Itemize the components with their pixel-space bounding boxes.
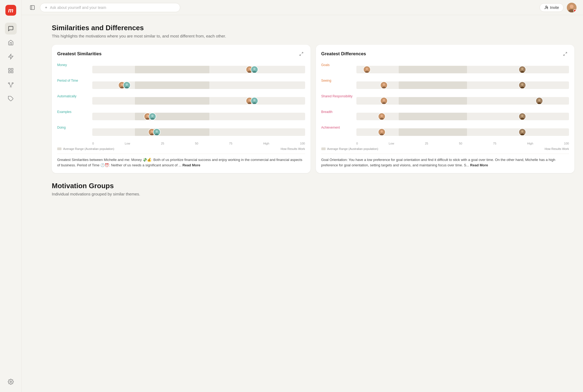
differences-chart: Goals — [321, 62, 569, 140]
sidebar-item-grid[interactable] — [5, 65, 17, 77]
avatar-2-goals — [522, 66, 526, 73]
avatar-2-shared — [539, 97, 543, 105]
label-money: Money — [57, 63, 90, 67]
x-label-100-diff: 100 — [564, 142, 569, 145]
topbar-right: Invite — [540, 3, 577, 12]
avg-range-auto — [135, 97, 209, 105]
chart-row-seeing: Seeing — [321, 78, 569, 93]
how-results-link-diff[interactable]: How Results Work — [545, 147, 569, 150]
track-auto — [92, 97, 305, 105]
similarities-expand-button[interactable] — [298, 50, 305, 58]
avatar-achievement-right — [519, 128, 526, 136]
page-title: Similarities and Differences — [52, 24, 574, 32]
svg-point-76 — [381, 130, 383, 133]
svg-rect-4 — [11, 71, 13, 73]
svg-line-17 — [302, 52, 303, 54]
svg-point-29 — [126, 83, 128, 86]
chart-track-breadth — [356, 109, 569, 124]
sidebar-toggle-button[interactable] — [28, 3, 37, 12]
differences-x-labels: 0 Low 25 50 75 High 100 — [356, 142, 569, 145]
main-content: Similarities and Differences This highli… — [43, 15, 583, 392]
differences-expand-button[interactable] — [561, 50, 569, 58]
avatar-pair-examples — [148, 113, 156, 120]
user-avatar[interactable] — [567, 3, 577, 12]
avatar-pair-doing — [152, 128, 161, 136]
chart-track-achievement — [356, 125, 569, 140]
svg-point-35 — [253, 99, 256, 101]
avatar-goals-right — [519, 66, 526, 73]
avatar-2-achievement — [522, 128, 526, 136]
x-label-high-diff: High — [527, 142, 533, 145]
sidebar-item-trophy[interactable] — [5, 79, 17, 91]
svg-point-79 — [521, 130, 523, 133]
svg-point-11 — [546, 6, 547, 7]
similarities-read-more[interactable]: Read More — [182, 163, 200, 167]
search-bar[interactable]: ✦ Ask about yourself and your team — [40, 3, 180, 12]
chart-label-doing: Doing — [57, 125, 92, 140]
x-label-25-sim: 25 — [161, 142, 164, 145]
page-subtitle: This highlights the motivations where yo… — [52, 34, 574, 38]
chart-row-goals: Goals — [321, 62, 569, 77]
track-doing — [92, 128, 305, 136]
avatar-shared-right — [536, 97, 543, 105]
similarities-card: Greatest Similarities Money — [52, 45, 311, 173]
sidebar-item-spark[interactable] — [5, 51, 17, 63]
svg-point-20 — [248, 68, 251, 70]
differences-read-more[interactable]: Read More — [470, 163, 488, 167]
svg-point-15 — [570, 5, 574, 8]
avatar-2-auto — [251, 97, 258, 105]
avatar-1-achievement — [382, 128, 386, 136]
avatar-1-seeing — [384, 81, 388, 89]
topbar: ✦ Ask about yourself and your team Invit… — [22, 0, 583, 15]
motivation-section: Motivation Groups Individual motivations… — [52, 182, 574, 196]
avg-range-breadth — [399, 113, 467, 120]
how-results-link-sim[interactable]: How Results Work — [281, 147, 305, 150]
x-label-75-sim: 75 — [229, 142, 232, 145]
logo-mark: m — [5, 5, 16, 16]
svg-point-61 — [521, 83, 523, 86]
invite-button[interactable]: Invite — [540, 3, 564, 12]
track-breadth — [356, 113, 569, 120]
sidebar-item-home[interactable] — [5, 37, 17, 49]
label-breadth: Breadth — [321, 110, 354, 114]
avg-range-achievement — [399, 128, 467, 136]
svg-rect-3 — [11, 68, 13, 70]
chart-label-achievement: Achievement — [321, 125, 356, 140]
avg-range-money — [135, 66, 209, 73]
chart-label-period: Period of Time — [57, 78, 92, 93]
chart-track-shared — [356, 93, 569, 108]
label-goals: Goals — [321, 63, 354, 67]
x-label-50-sim: 50 — [195, 142, 198, 145]
svg-point-38 — [146, 115, 149, 117]
similarities-legend: Average Range (Australian population) — [57, 147, 114, 150]
differences-title: Greatest Differences — [321, 51, 366, 57]
chart-row-auto: Automatically — [57, 93, 305, 108]
avg-range-goals — [399, 66, 467, 73]
svg-point-23 — [253, 68, 256, 70]
label-shared: Shared Responsibility — [321, 94, 354, 98]
legend-box-sim — [57, 147, 62, 150]
sidebar-item-chat[interactable] — [5, 23, 17, 35]
logo[interactable]: m — [5, 4, 17, 16]
sidebar-item-tag[interactable] — [5, 93, 17, 105]
svg-point-58 — [383, 83, 385, 86]
svg-rect-2 — [8, 68, 10, 70]
x-label-0-sim: 0 — [92, 142, 94, 145]
similarities-summary-text: Greatest Similarities between Michelle a… — [57, 158, 302, 167]
sidebar-item-settings[interactable] — [5, 376, 17, 388]
differences-card-header: Greatest Differences — [321, 50, 569, 58]
track-money — [92, 66, 305, 73]
chart-label-seeing: Seeing — [321, 78, 356, 93]
track-seeing — [356, 81, 569, 89]
chart-label-breadth: Breadth — [321, 109, 356, 124]
svg-point-52 — [366, 68, 368, 70]
legend-label-diff: Average Range (Australian population) — [327, 147, 378, 150]
chart-label-shared: Shared Responsibility — [321, 93, 356, 108]
avg-range-shared — [399, 97, 467, 105]
chart-track-examples — [92, 109, 305, 124]
avg-range-seeing — [399, 81, 467, 89]
svg-point-55 — [521, 68, 523, 70]
track-examples — [92, 113, 305, 120]
avatar-achievement-left — [378, 128, 386, 136]
chart-label-money: Money — [57, 62, 92, 77]
